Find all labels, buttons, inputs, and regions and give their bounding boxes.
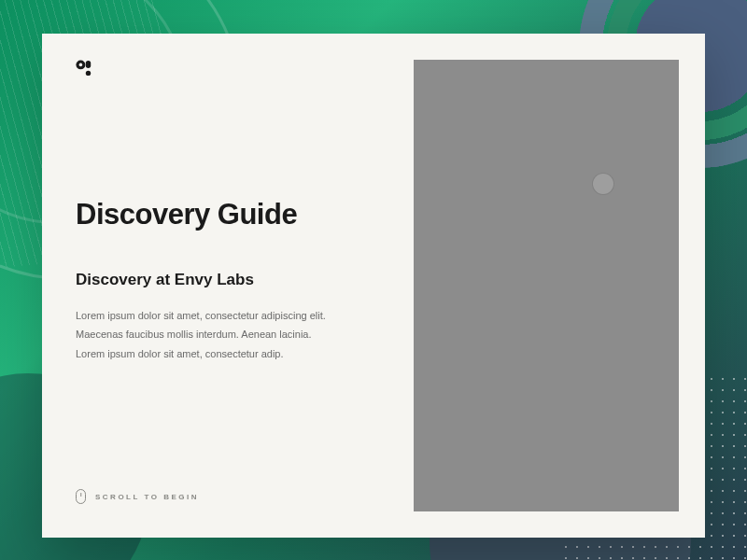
- scroll-cue[interactable]: SCROLL TO BEGIN: [76, 489, 199, 504]
- brand-logo-icon: [76, 60, 92, 77]
- hero-content: Discovery Guide Discovery at Envy Labs L…: [42, 34, 414, 538]
- hero-image-area: [414, 34, 705, 538]
- svg-point-3: [79, 63, 83, 67]
- svg-point-2: [86, 71, 91, 76]
- hero-image-placeholder: [414, 60, 679, 511]
- page-title: Discovery Guide: [76, 198, 380, 231]
- hero-card: Discovery Guide Discovery at Envy Labs L…: [42, 34, 705, 538]
- page-subtitle: Discovery at Envy Labs: [76, 271, 380, 289]
- page-body: Lorem ipsum dolor sit amet, consectetur …: [76, 306, 337, 363]
- mouse-icon: [76, 489, 86, 504]
- image-marker-dot: [593, 174, 613, 194]
- scroll-cue-label: SCROLL TO BEGIN: [95, 493, 199, 501]
- svg-rect-1: [86, 61, 91, 68]
